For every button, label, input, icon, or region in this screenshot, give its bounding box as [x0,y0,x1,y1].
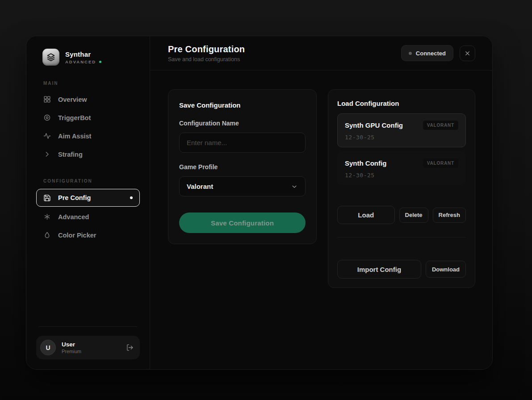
tier-status-dot [99,61,101,63]
config-list-item[interactable]: Synth Config VALORANT 12-30-25 [337,151,466,185]
sidebar-item-overview[interactable]: Overview [36,90,140,108]
layers-icon [42,49,59,66]
grid-icon [43,96,51,103]
brand-name: Synthar [65,50,101,58]
sidebar-item-advanced[interactable]: Advanced [36,208,140,226]
connection-status-badge: Connected [401,45,453,61]
load-button[interactable]: Load [337,206,395,224]
sidebar-item-label: Pre Config [58,194,91,201]
import-config-button[interactable]: Import Config [337,260,421,279]
user-card[interactable]: U User Premium [36,336,140,359]
game-profile-select[interactable]: Valorant [179,176,306,196]
sidebar-item-strafing[interactable]: Strafing [36,145,140,163]
sidebar-item-color-picker[interactable]: Color Picker [36,226,140,244]
activity-icon [43,132,51,140]
save-icon [43,194,51,202]
status-text: Connected [416,50,446,57]
chevron-right-icon [43,150,51,158]
sidebar-item-pre-config[interactable]: Pre Config [36,189,140,207]
configuration-name-input[interactable] [179,133,306,153]
load-panel-title: Load Configuration [337,100,466,107]
sidebar-item-label: Overview [58,96,87,103]
page-title: Pre Configuration [168,44,245,54]
section-label-configuration: CONFIGURATION [43,179,140,183]
refresh-button[interactable]: Refresh [433,208,466,223]
sparkle-icon [43,213,51,221]
close-icon [464,50,471,57]
game-profile-label: Game Profile [179,163,306,171]
active-indicator-dot [130,196,133,199]
load-panel-divider [337,237,466,238]
delete-button[interactable]: Delete [399,208,428,223]
brand-tier: ADVANCED [65,59,96,64]
sidebar-item-label: Color Picker [58,232,96,239]
sidebar-item-label: Aim Assist [58,133,91,140]
section-label-main: MAIN [43,81,140,86]
download-button[interactable]: Download [426,261,466,278]
main-panel: Pre Configuration Save and load configur… [150,36,493,369]
droplet-icon [43,231,51,239]
status-dot [409,52,412,55]
sidebar-item-label: Advanced [58,213,89,221]
sidebar: Synthar ADVANCED MAIN Overview [26,36,150,369]
game-badge: VALORANT [423,121,458,130]
sidebar-item-aim-assist[interactable]: Aim Assist [36,127,140,145]
user-name: User [62,341,81,348]
sidebar-divider [39,326,137,327]
save-configuration-button[interactable]: Save Configuration [179,212,306,233]
target-icon [43,114,51,121]
configuration-name-label: Configuration Name [179,120,306,127]
game-badge: VALORANT [423,158,458,168]
config-date: 12-30-25 [345,172,458,179]
avatar: U [40,340,56,355]
page-subtitle: Save and load configurations [168,56,245,62]
load-configuration-panel: Load Configuration Synth GPU Config VALO… [328,89,475,288]
config-date: 12-30-25 [345,134,458,141]
save-panel-title: Save Configuration [179,101,306,109]
app-window: Synthar ADVANCED MAIN Overview [26,36,493,370]
content-area: Save Configuration Configuration Name Ga… [150,71,493,307]
main-header: Pre Configuration Save and load configur… [150,36,493,71]
close-button[interactable] [460,46,475,61]
config-name: Synth GPU Config [345,121,403,129]
config-list-item[interactable]: Synth GPU Config VALORANT 12-30-25 [337,113,466,147]
config-name: Synth Config [345,159,386,167]
sidebar-item-triggerbot[interactable]: TriggerBot [36,108,140,127]
chevron-down-icon [291,183,298,190]
brand: Synthar ADVANCED [42,49,140,66]
save-configuration-panel: Save Configuration Configuration Name Ga… [168,89,317,244]
user-plan-badge: Premium [62,349,81,354]
sidebar-item-label: TriggerBot [58,114,91,121]
sidebar-item-label: Strafing [58,151,83,158]
game-profile-value: Valorant [187,183,213,190]
logout-icon[interactable] [126,344,134,351]
